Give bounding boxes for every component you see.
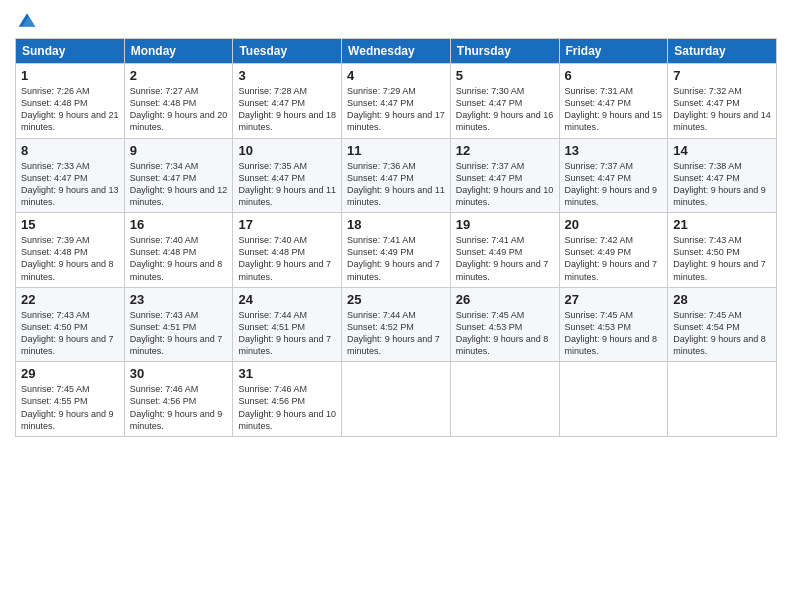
day-number: 20 [565,217,663,232]
calendar-day-cell: 31 Sunrise: 7:46 AMSunset: 4:56 PMDaylig… [233,362,342,437]
weekday-header-row: SundayMondayTuesdayWednesdayThursdayFrid… [16,39,777,64]
cell-info: Sunrise: 7:44 AMSunset: 4:51 PMDaylight:… [238,310,331,356]
page: SundayMondayTuesdayWednesdayThursdayFrid… [0,0,792,612]
calendar-day-cell: 2 Sunrise: 7:27 AMSunset: 4:48 PMDayligh… [124,64,233,139]
calendar-day-cell: 3 Sunrise: 7:28 AMSunset: 4:47 PMDayligh… [233,64,342,139]
cell-info: Sunrise: 7:43 AMSunset: 4:50 PMDaylight:… [673,235,766,281]
day-number: 27 [565,292,663,307]
day-number: 2 [130,68,228,83]
calendar-day-cell: 29 Sunrise: 7:45 AMSunset: 4:55 PMDaylig… [16,362,125,437]
day-number: 31 [238,366,336,381]
calendar-day-cell: 19 Sunrise: 7:41 AMSunset: 4:49 PMDaylig… [450,213,559,288]
calendar-day-cell [342,362,451,437]
cell-info: Sunrise: 7:28 AMSunset: 4:47 PMDaylight:… [238,86,336,132]
cell-info: Sunrise: 7:37 AMSunset: 4:47 PMDaylight:… [565,161,658,207]
calendar-day-cell: 1 Sunrise: 7:26 AMSunset: 4:48 PMDayligh… [16,64,125,139]
weekday-thursday: Thursday [450,39,559,64]
cell-info: Sunrise: 7:31 AMSunset: 4:47 PMDaylight:… [565,86,663,132]
day-number: 6 [565,68,663,83]
cell-info: Sunrise: 7:40 AMSunset: 4:48 PMDaylight:… [238,235,331,281]
day-number: 9 [130,143,228,158]
calendar-day-cell: 12 Sunrise: 7:37 AMSunset: 4:47 PMDaylig… [450,138,559,213]
calendar-day-cell: 5 Sunrise: 7:30 AMSunset: 4:47 PMDayligh… [450,64,559,139]
cell-info: Sunrise: 7:46 AMSunset: 4:56 PMDaylight:… [130,384,223,430]
calendar-day-cell: 16 Sunrise: 7:40 AMSunset: 4:48 PMDaylig… [124,213,233,288]
calendar-day-cell: 28 Sunrise: 7:45 AMSunset: 4:54 PMDaylig… [668,287,777,362]
weekday-saturday: Saturday [668,39,777,64]
day-number: 21 [673,217,771,232]
calendar-day-cell [450,362,559,437]
weekday-friday: Friday [559,39,668,64]
cell-info: Sunrise: 7:41 AMSunset: 4:49 PMDaylight:… [347,235,440,281]
cell-info: Sunrise: 7:26 AMSunset: 4:48 PMDaylight:… [21,86,119,132]
day-number: 18 [347,217,445,232]
weekday-wednesday: Wednesday [342,39,451,64]
calendar-day-cell: 15 Sunrise: 7:39 AMSunset: 4:48 PMDaylig… [16,213,125,288]
calendar-week-row: 1 Sunrise: 7:26 AMSunset: 4:48 PMDayligh… [16,64,777,139]
header [15,10,777,30]
day-number: 13 [565,143,663,158]
calendar-day-cell: 27 Sunrise: 7:45 AMSunset: 4:53 PMDaylig… [559,287,668,362]
calendar-day-cell: 9 Sunrise: 7:34 AMSunset: 4:47 PMDayligh… [124,138,233,213]
cell-info: Sunrise: 7:45 AMSunset: 4:54 PMDaylight:… [673,310,766,356]
cell-info: Sunrise: 7:40 AMSunset: 4:48 PMDaylight:… [130,235,223,281]
calendar-day-cell: 10 Sunrise: 7:35 AMSunset: 4:47 PMDaylig… [233,138,342,213]
logo-icon [17,10,37,30]
cell-info: Sunrise: 7:36 AMSunset: 4:47 PMDaylight:… [347,161,445,207]
day-number: 28 [673,292,771,307]
cell-info: Sunrise: 7:32 AMSunset: 4:47 PMDaylight:… [673,86,771,132]
cell-info: Sunrise: 7:41 AMSunset: 4:49 PMDaylight:… [456,235,549,281]
cell-info: Sunrise: 7:46 AMSunset: 4:56 PMDaylight:… [238,384,336,430]
day-number: 22 [21,292,119,307]
calendar-day-cell: 21 Sunrise: 7:43 AMSunset: 4:50 PMDaylig… [668,213,777,288]
calendar-day-cell: 24 Sunrise: 7:44 AMSunset: 4:51 PMDaylig… [233,287,342,362]
cell-info: Sunrise: 7:34 AMSunset: 4:47 PMDaylight:… [130,161,228,207]
day-number: 4 [347,68,445,83]
logo [15,10,37,30]
day-number: 30 [130,366,228,381]
cell-info: Sunrise: 7:35 AMSunset: 4:47 PMDaylight:… [238,161,336,207]
day-number: 7 [673,68,771,83]
day-number: 5 [456,68,554,83]
day-number: 15 [21,217,119,232]
calendar-day-cell: 8 Sunrise: 7:33 AMSunset: 4:47 PMDayligh… [16,138,125,213]
calendar-day-cell: 25 Sunrise: 7:44 AMSunset: 4:52 PMDaylig… [342,287,451,362]
calendar-day-cell: 11 Sunrise: 7:36 AMSunset: 4:47 PMDaylig… [342,138,451,213]
calendar-day-cell: 13 Sunrise: 7:37 AMSunset: 4:47 PMDaylig… [559,138,668,213]
day-number: 10 [238,143,336,158]
calendar-day-cell [668,362,777,437]
calendar-table: SundayMondayTuesdayWednesdayThursdayFrid… [15,38,777,437]
calendar-day-cell: 30 Sunrise: 7:46 AMSunset: 4:56 PMDaylig… [124,362,233,437]
day-number: 25 [347,292,445,307]
cell-info: Sunrise: 7:45 AMSunset: 4:55 PMDaylight:… [21,384,114,430]
calendar-day-cell: 20 Sunrise: 7:42 AMSunset: 4:49 PMDaylig… [559,213,668,288]
cell-info: Sunrise: 7:45 AMSunset: 4:53 PMDaylight:… [456,310,549,356]
calendar-day-cell: 7 Sunrise: 7:32 AMSunset: 4:47 PMDayligh… [668,64,777,139]
cell-info: Sunrise: 7:42 AMSunset: 4:49 PMDaylight:… [565,235,658,281]
cell-info: Sunrise: 7:27 AMSunset: 4:48 PMDaylight:… [130,86,228,132]
day-number: 26 [456,292,554,307]
day-number: 8 [21,143,119,158]
day-number: 24 [238,292,336,307]
weekday-tuesday: Tuesday [233,39,342,64]
day-number: 17 [238,217,336,232]
day-number: 3 [238,68,336,83]
calendar-day-cell: 6 Sunrise: 7:31 AMSunset: 4:47 PMDayligh… [559,64,668,139]
cell-info: Sunrise: 7:30 AMSunset: 4:47 PMDaylight:… [456,86,554,132]
cell-info: Sunrise: 7:43 AMSunset: 4:51 PMDaylight:… [130,310,223,356]
day-number: 19 [456,217,554,232]
weekday-monday: Monday [124,39,233,64]
calendar-day-cell: 18 Sunrise: 7:41 AMSunset: 4:49 PMDaylig… [342,213,451,288]
calendar-week-row: 29 Sunrise: 7:45 AMSunset: 4:55 PMDaylig… [16,362,777,437]
day-number: 14 [673,143,771,158]
day-number: 11 [347,143,445,158]
cell-info: Sunrise: 7:37 AMSunset: 4:47 PMDaylight:… [456,161,554,207]
cell-info: Sunrise: 7:44 AMSunset: 4:52 PMDaylight:… [347,310,440,356]
calendar-day-cell: 22 Sunrise: 7:43 AMSunset: 4:50 PMDaylig… [16,287,125,362]
day-number: 23 [130,292,228,307]
calendar-day-cell: 23 Sunrise: 7:43 AMSunset: 4:51 PMDaylig… [124,287,233,362]
cell-info: Sunrise: 7:39 AMSunset: 4:48 PMDaylight:… [21,235,114,281]
calendar-day-cell: 4 Sunrise: 7:29 AMSunset: 4:47 PMDayligh… [342,64,451,139]
cell-info: Sunrise: 7:45 AMSunset: 4:53 PMDaylight:… [565,310,658,356]
day-number: 16 [130,217,228,232]
